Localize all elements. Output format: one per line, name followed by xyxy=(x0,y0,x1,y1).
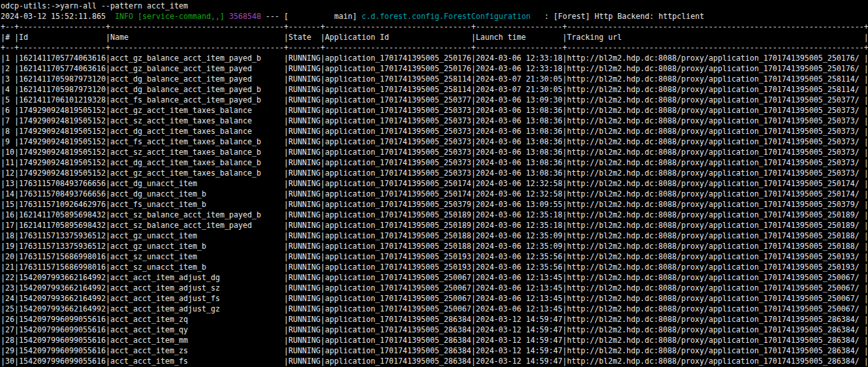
table-row: |25|1542097993662164992|acct_acct_item_a… xyxy=(1,304,868,314)
log-message: : [Forest] Http Backend: httpclient xyxy=(531,12,704,21)
table-row: |1 |1621411705774063616|acct_gz_balance_… xyxy=(1,53,868,63)
log-line: 2024-03-12 15:52:11.865 INFO [service-co… xyxy=(1,11,868,22)
log-pid: 3568548 xyxy=(229,12,261,21)
table-row: |9 |1749290924819505152|acct_fs_acct_ite… xyxy=(1,136,868,147)
table-row: |21|1763115715686998016|acct_sz_unacct_i… xyxy=(1,262,868,272)
table-row: |7 |1749290924819505152|acct_sz_acct_ite… xyxy=(1,116,868,126)
log-thread: --- [ main] xyxy=(261,12,362,21)
yarn-applications-table: +--+-------------------+----------------… xyxy=(1,22,868,366)
command-line: odcp-utils:->yarn-all --pattern acct_ite… xyxy=(1,1,868,11)
table-border: +--+-------------------+----------------… xyxy=(1,42,868,53)
table-row: |17|1621411705895698432|acct_sz_balance_… xyxy=(1,220,868,231)
log-timestamp: 2024-03-12 15:52:11.865 xyxy=(1,12,106,21)
table-row: |20|1763115715686998016|acct_sz_unacct_i… xyxy=(1,251,868,262)
table-row: |12|1749290924819505152|acct_gz_acct_ite… xyxy=(1,168,868,178)
table-border: +--+-------------------+----------------… xyxy=(1,22,868,32)
command-text: yarn-all --pattern acct_item xyxy=(60,1,188,10)
table-row: |28|1542097996099055616|acct_acct_item_m… xyxy=(1,335,868,345)
terminal-window[interactable]: odcp-utils:->yarn-all --pattern acct_ite… xyxy=(0,0,868,367)
log-gap-1 xyxy=(106,12,115,21)
table-row: |5 |1621411706101219328|acct_fs_balance_… xyxy=(1,95,868,105)
table-row: |4 |1621411705987973120|acct_dg_balance_… xyxy=(1,84,868,95)
table-row: |19|1763115713375936512|acct_gz_unacct_i… xyxy=(1,241,868,251)
table-row: |3 |1621411705987973120|acct_dg_balance_… xyxy=(1,74,868,84)
log-gap-2 xyxy=(225,12,229,21)
log-level: INFO [service-command,,] xyxy=(115,12,225,21)
shell-prompt: odcp-utils:-> xyxy=(1,1,60,10)
table-row: |26|1542097996099055616|acct_acct_item_z… xyxy=(1,314,868,325)
table-row: |15|1763115710926462976|acct_fs_unacct_i… xyxy=(1,199,868,210)
table-row: |27|1542097996099055616|acct_acct_item_q… xyxy=(1,325,868,335)
table-row: |16|1621411705895698432|acct_sz_balance_… xyxy=(1,210,868,220)
table-row: |23|1542097993662164992|acct_acct_item_a… xyxy=(1,283,868,293)
table-header-row: |# |Id |Name |State |Application Id |Lau… xyxy=(1,32,868,42)
table-row: |11|1749290924819505152|acct_dg_acct_ite… xyxy=(1,157,868,168)
table-row: |18|1763115713375936512|acct_gz_unacct_i… xyxy=(1,231,868,241)
table-row: |29|1542097996099055616|acct_acct_item_z… xyxy=(1,345,868,356)
table-row: |13|1763115708493766656|acct_dg_unacct_i… xyxy=(1,178,868,189)
table-row: |10|1749290924819505152|acct_sz_acct_ite… xyxy=(1,147,868,157)
log-logger: c.d.forest.config.ForestConfiguration xyxy=(362,12,531,21)
table-row: |24|1542097993662164992|acct_acct_item_a… xyxy=(1,293,868,304)
table-row: |2 |1621411705774063616|acct_gz_balance_… xyxy=(1,63,868,74)
table-row: |6 |1749290924819505152|acct_gz_acct_ite… xyxy=(1,105,868,116)
table-row: |30|1542097996099055616|acct_acct_item_f… xyxy=(1,356,868,366)
table-row: |14|1763115708493766656|acct_dg_unacct_i… xyxy=(1,189,868,199)
table-row: |22|1542097993662164992|acct_acct_item_a… xyxy=(1,272,868,283)
table-row: |8 |1749290924819505152|acct_dg_acct_ite… xyxy=(1,126,868,136)
